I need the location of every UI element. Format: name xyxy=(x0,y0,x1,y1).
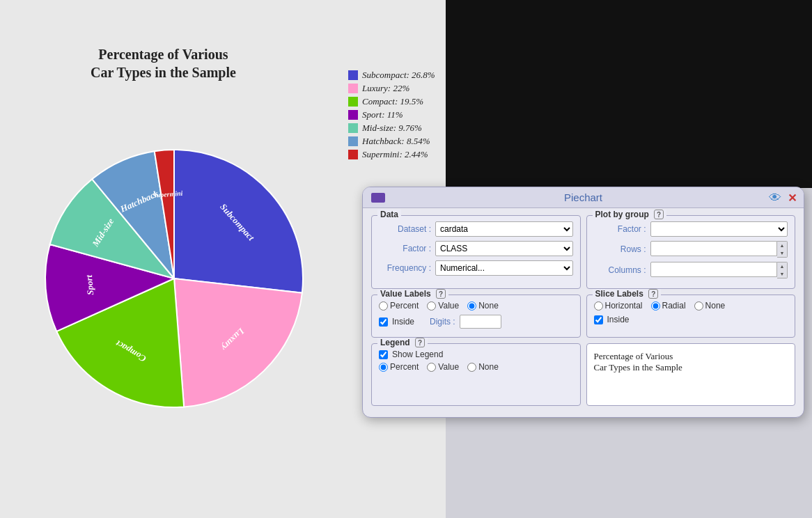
legend-options: Percent Value None xyxy=(379,362,573,372)
legend-item: Sport: 11% xyxy=(348,109,435,120)
show-legend-row: Show Legend xyxy=(379,350,573,359)
rows-input[interactable] xyxy=(650,241,778,256)
frequency-select[interactable]: Numerical... xyxy=(435,260,573,276)
value-labels-options: Percent Value None xyxy=(379,301,573,311)
rows-down[interactable]: ▼ xyxy=(777,249,787,257)
pie-chart: SubcompactLuxuryCompactSportMid-sizeHatc… xyxy=(35,139,355,432)
dataset-row: Dataset : cardata xyxy=(379,221,573,237)
columns-down[interactable]: ▼ xyxy=(777,270,787,278)
slice-labels-help[interactable]: ? xyxy=(648,289,658,299)
legend-item: Compact: 19.5% xyxy=(348,96,435,107)
digits-input[interactable] xyxy=(460,315,501,329)
dialog-titlebar: Piechart 👁 ✕ xyxy=(363,187,804,208)
factor-label: Factor : xyxy=(379,244,431,253)
chart-legend: Subcompact: 26.8%Luxury: 22%Compact: 19.… xyxy=(348,70,435,162)
slice-labels-none[interactable]: None xyxy=(694,301,726,311)
legend-item: Hatchback: 8.54% xyxy=(348,136,435,147)
plot-by-group-help[interactable]: ? xyxy=(654,210,664,219)
slice-labels-inside-check[interactable] xyxy=(594,315,603,324)
slice-labels-inside-label: Inside xyxy=(607,315,630,324)
dialog-icon xyxy=(371,193,385,203)
black-background xyxy=(446,0,812,188)
close-button[interactable]: ✕ xyxy=(788,191,797,204)
legend-item: Supermini: 2.44% xyxy=(348,149,435,160)
value-labels-inside-row: Inside Digits : xyxy=(379,315,573,329)
chart-title: Percentage of Various Car Types in the S… xyxy=(91,45,236,81)
slice-labels-options: Horizontal Radial None xyxy=(594,301,788,311)
value-labels-percent[interactable]: Percent xyxy=(379,301,419,311)
columns-label: Columns : xyxy=(594,265,646,275)
value-labels-none[interactable]: None xyxy=(467,301,499,311)
legend-percent[interactable]: Percent xyxy=(379,362,419,372)
legend-panel-title: Legend ? xyxy=(377,338,428,347)
frequency-label: Frequency : xyxy=(379,263,431,273)
show-legend-check[interactable] xyxy=(379,350,388,359)
columns-up[interactable]: ▲ xyxy=(777,262,787,270)
dataset-select[interactable]: cardata xyxy=(435,221,573,237)
legend-item: Mid-size: 9.76% xyxy=(348,123,435,134)
title-text-line1: Percentage of Various xyxy=(594,351,788,362)
slice-labels-inside-row: Inside xyxy=(594,315,788,324)
value-labels-help[interactable]: ? xyxy=(436,289,446,299)
frequency-row: Frequency : Numerical... xyxy=(379,260,573,276)
rows-row: Rows : ▲ ▼ xyxy=(594,241,788,258)
eye-icon[interactable]: 👁 xyxy=(769,190,781,205)
value-labels-inside-label: Inside xyxy=(392,317,414,327)
plot-by-group-panel: Plot by group ? Factor : Rows : ▲ ▼ xyxy=(586,215,796,289)
digits-label: Digits : xyxy=(430,317,455,327)
svg-text:Sport: Sport xyxy=(84,274,95,295)
legend-help[interactable]: ? xyxy=(415,338,425,347)
columns-input[interactable] xyxy=(650,262,778,277)
title-text-line2: Car Types in the Sample xyxy=(594,362,788,373)
data-panel: Data Dataset : cardata Factor : CLASS Fr… xyxy=(371,215,581,289)
slice-labels-title: Slice Labels ? xyxy=(593,289,662,299)
rows-label: Rows : xyxy=(594,244,646,254)
group-factor-row: Factor : xyxy=(594,221,788,237)
legend-panel: Legend ? Show Legend Percent Value None xyxy=(371,343,581,406)
data-panel-title: Data xyxy=(377,210,401,219)
legend-value[interactable]: Value xyxy=(427,362,459,372)
plot-by-group-title: Plot by group ? xyxy=(593,210,667,219)
value-labels-panel: Value Labels ? Percent Value None Inside… xyxy=(371,295,581,338)
slice-labels-horizontal[interactable]: Horizontal xyxy=(594,301,643,311)
columns-row: Columns : ▲ ▼ xyxy=(594,262,788,278)
slice-labels-panel: Slice Labels ? Horizontal Radial None In… xyxy=(586,295,796,338)
value-labels-title: Value Labels ? xyxy=(377,289,448,299)
group-factor-select[interactable] xyxy=(650,221,788,237)
value-labels-inside-check[interactable] xyxy=(379,317,388,327)
value-labels-value[interactable]: Value xyxy=(427,301,459,311)
dataset-label: Dataset : xyxy=(379,224,431,234)
piechart-dialog: Piechart 👁 ✕ Data Dataset : cardata Fact… xyxy=(362,187,804,418)
factor-row: Factor : CLASS xyxy=(379,241,573,256)
dialog-title: Piechart xyxy=(564,191,602,203)
legend-item: Subcompact: 26.8% xyxy=(348,70,435,81)
show-legend-label: Show Legend xyxy=(392,350,443,359)
legend-none[interactable]: None xyxy=(467,362,499,372)
title-text-panel: Percentage of Various Car Types in the S… xyxy=(586,343,796,406)
group-factor-label: Factor : xyxy=(594,224,646,234)
factor-select[interactable]: CLASS xyxy=(435,241,573,256)
slice-labels-radial[interactable]: Radial xyxy=(651,301,686,311)
rows-up[interactable]: ▲ xyxy=(777,242,787,249)
legend-item: Luxury: 22% xyxy=(348,83,435,94)
